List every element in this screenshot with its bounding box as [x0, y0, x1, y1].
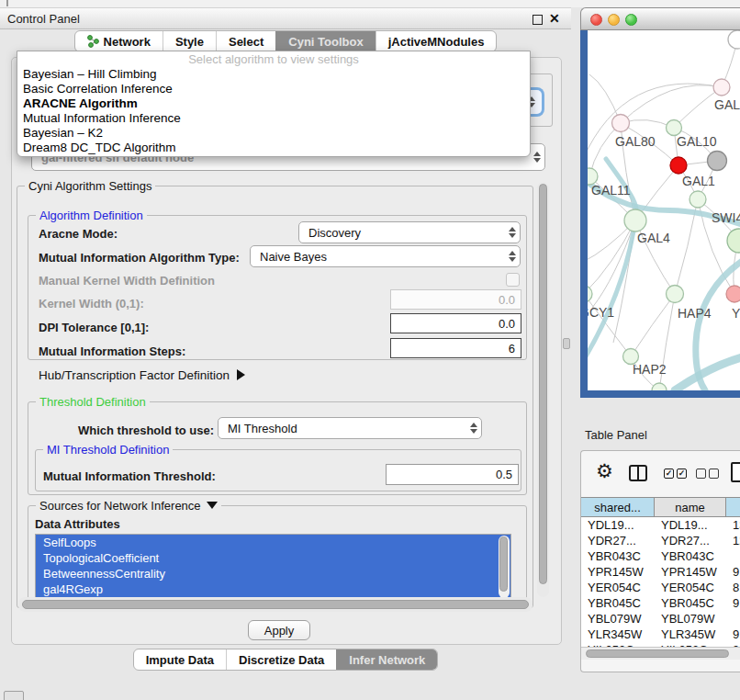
settings-vscrollbar[interactable] — [537, 182, 549, 597]
settings-hscrollbar-thumb[interactable] — [22, 600, 529, 609]
hub-definition-label: Hub/Transcription Factor Definition — [39, 368, 230, 382]
sources-title: Sources for Network Inference — [36, 499, 221, 513]
algorithm-option[interactable]: Dream8 DC_TDC Algorithm — [17, 141, 530, 155]
table-cell: YBR043C — [655, 548, 726, 564]
table-cell: YDR27... — [581, 533, 655, 548]
data-attribute-item[interactable]: BetweennessCentrality — [36, 566, 510, 581]
data-attribute-item[interactable]: SelfLoops — [36, 535, 510, 550]
data-attribute-item[interactable]: gal4RGexp — [36, 581, 510, 597]
bottom-tab-bar: Impute Data Discretize Data Infer Networ… — [0, 649, 571, 671]
network-node-gal10[interactable] — [667, 120, 682, 136]
data-attributes-list[interactable]: SelfLoopsTopologicalCoefficientBetweenne… — [35, 534, 511, 600]
algorithm-option[interactable]: Bayesian – Hill Climbing — [17, 67, 530, 82]
table-row[interactable]: YBL079WYBL079W — [581, 611, 740, 627]
apply-button[interactable]: Apply — [248, 620, 310, 640]
float-panel-icon[interactable] — [533, 15, 543, 25]
network-node[interactable] — [727, 229, 740, 253]
network-node-gcy1[interactable] — [588, 286, 592, 302]
table-column-header[interactable]: name — [655, 497, 726, 517]
tab-impute-data[interactable]: Impute Data — [134, 649, 226, 670]
network-node-gal[interactable] — [713, 79, 730, 96]
table-hscrollbar-thumb[interactable] — [586, 649, 729, 658]
settings-vscrollbar-thumb[interactable] — [539, 184, 547, 584]
algorithm-option[interactable]: ARACNE Algorithm — [17, 96, 530, 111]
tab-discretize-data-label: Discretize Data — [239, 653, 324, 667]
network-edge[interactable] — [631, 294, 675, 356]
aracne-mode-combobox[interactable]: Discovery — [298, 221, 521, 243]
tab-infer-network[interactable]: Infer Network — [336, 649, 437, 670]
top-tab-group: Network Style Select Cyni Toolbox jActiv… — [74, 30, 498, 52]
deselect-checkbox-icon[interactable] — [696, 469, 706, 479]
cyni-algorithm-settings-title: Cyni Algorithm Settings — [25, 179, 155, 193]
table-cell: YBR045C — [655, 595, 726, 611]
network-node-gal1[interactable] — [670, 157, 687, 174]
attr-list-scrollbar[interactable] — [499, 536, 510, 598]
hub-definition-disclosure[interactable]: Hub/Transcription Factor Definition — [39, 368, 245, 382]
select-all-checkbox-icon-2[interactable]: ✓ — [677, 469, 687, 479]
tab-network[interactable]: Network — [75, 31, 163, 51]
network-graph[interactable]: GALGAL80GAL10GAL1GAL11SWI4GAL4GCY1HAP4YH… — [588, 30, 740, 390]
data-attribute-item[interactable]: TopologicalCoefficient — [36, 550, 510, 566]
network-edge[interactable] — [621, 85, 722, 123]
mi-type-label: Mutual Information Algorithm Type: — [39, 251, 240, 265]
network-node-gal4[interactable] — [624, 209, 646, 231]
algorithm-option[interactable]: Mutual Information Inference — [17, 111, 530, 126]
tab-cyni-toolbox[interactable]: Cyni Toolbox — [275, 31, 375, 51]
mi-threshold-input[interactable]: 0.5 — [386, 464, 519, 485]
network-node[interactable] — [708, 152, 727, 171]
top-strip-mark — [6, 0, 8, 6]
mi-steps-input[interactable]: 6 — [390, 338, 521, 358]
network-node-gal80[interactable] — [612, 115, 630, 132]
tab-discretize-data[interactable]: Discretize Data — [226, 649, 336, 670]
close-panel-icon[interactable]: ✕ — [549, 11, 560, 26]
which-threshold-stepper — [466, 418, 481, 438]
tab-jactivemnodules[interactable]: jActiveMNodules — [376, 31, 497, 51]
table-row[interactable]: YER054CYER054C8. — [581, 580, 740, 595]
network-node-swi4[interactable] — [690, 191, 706, 208]
table-column-header[interactable] — [726, 497, 740, 517]
network-canvas[interactable]: GALGAL80GAL10GAL1GAL11SWI4GAL4GCY1HAP4YH… — [588, 30, 740, 390]
network-edge-highlighted[interactable] — [675, 356, 740, 390]
panel-splitter-handle[interactable] — [563, 338, 570, 349]
network-window-titlebar[interactable] — [580, 7, 740, 30]
dpi-tolerance-input[interactable]: 0.0 — [390, 313, 521, 333]
manual-kernel-checkbox[interactable] — [506, 273, 520, 287]
zoom-window-icon[interactable] — [625, 14, 637, 26]
close-window-icon[interactable] — [590, 14, 602, 26]
column-view-icon[interactable] — [629, 465, 647, 481]
panel-corner-icon[interactable] — [4, 691, 24, 700]
select-all-checkbox-icon[interactable]: ✓ — [664, 469, 674, 479]
mi-steps-value: 6 — [509, 342, 515, 356]
mi-threshold-group-title: MI Threshold Definition — [43, 443, 173, 457]
network-node[interactable] — [652, 383, 667, 390]
table-row[interactable]: YBR043CYBR043C — [581, 548, 740, 564]
deselect-checkbox-icon-2[interactable] — [709, 469, 719, 479]
table-row[interactable]: YDR27...YDR27...12 — [581, 533, 740, 548]
gear-icon[interactable]: ⚙ — [596, 460, 613, 482]
tab-impute-data-label: Impute Data — [146, 653, 214, 667]
mi-type-combobox[interactable]: Naive Bayes — [250, 245, 521, 267]
document-icon[interactable] — [731, 462, 740, 482]
algorithm-dropdown-placeholder: Select algorithm to view settings — [17, 51, 530, 67]
network-node-hap4[interactable] — [667, 286, 684, 303]
network-node-y[interactable] — [726, 286, 740, 302]
tab-style[interactable]: Style — [163, 31, 216, 51]
table-row[interactable]: YPR145WYPR145W9. — [581, 564, 740, 580]
network-edge[interactable] — [588, 294, 631, 356]
algorithm-option[interactable]: Bayesian – K2 — [17, 126, 530, 141]
table-row[interactable]: YDL19...YDL19...13 — [581, 517, 740, 533]
network-node[interactable] — [728, 30, 740, 49]
disclosure-right-icon — [237, 369, 245, 380]
attr-list-scrollbar-thumb[interactable] — [499, 536, 508, 592]
table-row[interactable]: YLR345WYLR345W9. — [581, 627, 740, 642]
table-column-header[interactable]: shared... — [581, 497, 655, 517]
aracne-mode-stepper — [505, 222, 520, 243]
mi-threshold-label: Mutual Information Threshold: — [43, 469, 216, 483]
minimize-window-icon[interactable] — [608, 14, 620, 26]
which-threshold-combobox[interactable]: MI Threshold — [218, 417, 482, 439]
table-hscrollbar[interactable] — [581, 647, 740, 660]
settings-hscrollbar[interactable] — [18, 597, 533, 612]
table-row[interactable]: YBR045CYBR045C9. — [581, 595, 740, 611]
algorithm-option[interactable]: Basic Correlation Inference — [17, 82, 530, 96]
tab-select[interactable]: Select — [216, 31, 275, 51]
